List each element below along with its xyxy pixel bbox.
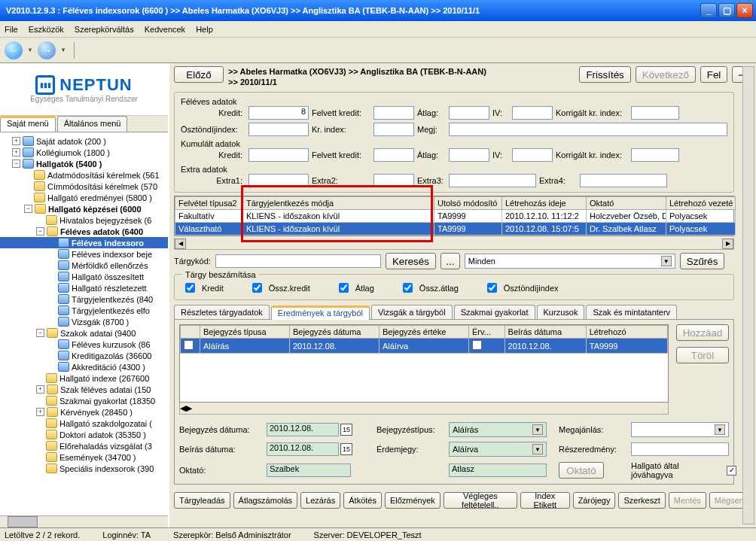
chk-atlag[interactable]: Átlag xyxy=(336,281,374,295)
collapse-icon[interactable]: − xyxy=(36,227,44,236)
tab-details[interactable]: Részletes tárgyadatok xyxy=(174,305,270,319)
collapse-icon[interactable]: − xyxy=(24,205,32,213)
expand-icon[interactable]: + xyxy=(12,148,20,157)
grid-header[interactable]: Létrehozó vezeté xyxy=(666,197,736,210)
refresh-button[interactable]: Frissítés xyxy=(579,66,630,83)
tab-exams[interactable]: Vizsgák a tárgyból xyxy=(371,305,453,319)
tab-curricula[interactable]: Szak és mintatanterv xyxy=(586,305,677,319)
scope-combo[interactable]: Minden▼ xyxy=(465,254,675,269)
browse-button[interactable]: ... xyxy=(440,253,460,269)
table-row[interactable]: FakultatívKLIENS - időszakon kívülTA9999… xyxy=(175,210,736,223)
close-button[interactable]: × xyxy=(736,3,753,18)
chk-osszkredit[interactable]: Össz.kredit xyxy=(249,281,310,295)
ig-header[interactable]: Bejegyzés értéke xyxy=(379,326,468,339)
history-button[interactable]: Előzmények xyxy=(385,492,440,509)
index-label-button[interactable]: Index Etikett xyxy=(520,492,570,509)
extra2-input[interactable] xyxy=(373,174,414,187)
teacher-first-input[interactable]: Atlasz xyxy=(449,463,547,477)
filter-button[interactable]: Szűrés xyxy=(680,253,724,269)
grid-header[interactable]: Oktató xyxy=(587,197,666,210)
extra1-input[interactable] xyxy=(248,174,309,187)
nav-tree[interactable]: +Saját adatok (200 ) +Kollégiumok (1800 … xyxy=(0,132,168,515)
final-check-button[interactable]: Végleges feltételell.. xyxy=(444,492,517,509)
grid-header[interactable]: Utolsó módosító xyxy=(434,197,502,210)
entry-type-combo[interactable]: Aláírás▼ xyxy=(449,422,547,437)
relink-button[interactable]: Átkötés xyxy=(343,492,382,509)
avg-calc-button[interactable]: Átlagszámolás xyxy=(233,492,298,509)
menu-tools[interactable]: Eszközök xyxy=(29,25,64,34)
row-checkbox[interactable] xyxy=(184,340,194,350)
ig-header-chk[interactable] xyxy=(181,326,200,339)
up-button[interactable]: Fel xyxy=(700,66,727,83)
ig-header[interactable]: Létrehozó xyxy=(586,326,667,339)
nav-back-dd[interactable]: ▼ xyxy=(26,47,35,53)
close-button2[interactable]: Lezárás xyxy=(300,492,340,509)
left-tab-own[interactable]: Saját menü xyxy=(0,116,56,132)
save-button[interactable]: Mentés xyxy=(669,492,706,509)
calendar-icon[interactable]: 15 xyxy=(340,424,352,436)
extra3-input[interactable] xyxy=(449,174,536,187)
prev-button[interactable]: Előző xyxy=(174,66,224,83)
search-button[interactable]: Keresés xyxy=(386,253,436,269)
grid-header[interactable]: Felvétel típusa2 xyxy=(175,197,243,210)
kum-felvett-input[interactable] xyxy=(373,148,414,162)
nav-forward-dd[interactable]: ▼ xyxy=(59,47,68,53)
megj-input[interactable] xyxy=(449,123,727,136)
ig-header[interactable]: Bejegyzés dátuma xyxy=(289,326,379,339)
minimize-button[interactable]: _ xyxy=(700,3,717,18)
results-grid[interactable]: Bejegyzés típusa Bejegyzés dátuma Bejegy… xyxy=(179,324,669,403)
kum-korr-input[interactable] xyxy=(631,148,679,162)
subjects-grid[interactable]: Felvétel típusa2 Tárgyjelentkezés módja … xyxy=(174,196,734,236)
maximize-button[interactable]: ▢ xyxy=(718,3,735,18)
atlag-input[interactable] xyxy=(449,106,489,120)
korr-kr-input[interactable] xyxy=(631,106,679,120)
menu-roleswitch[interactable]: Szerepkörváltás xyxy=(75,25,134,34)
drop-subject-button[interactable]: Tárgyleadás xyxy=(174,492,230,509)
right-vscrollbar[interactable] xyxy=(742,66,754,524)
tab-practice[interactable]: Szakmai gyakorlat xyxy=(454,305,535,319)
left-tab-general[interactable]: Általános menü xyxy=(57,116,128,132)
delete-button[interactable]: Töröl xyxy=(676,347,729,363)
approved-checkbox[interactable]: ✓ xyxy=(727,466,736,476)
nav-back-button[interactable]: ← xyxy=(5,41,23,59)
expand-icon[interactable]: + xyxy=(12,137,20,145)
chk-osszatlag[interactable]: Össz.átlag xyxy=(400,281,459,295)
menu-file[interactable]: File xyxy=(5,25,18,34)
kredit-input[interactable]: 8 xyxy=(248,106,309,120)
teacher-button[interactable]: Oktató xyxy=(559,462,604,479)
kum-kredit-input[interactable] xyxy=(248,148,309,162)
results-hscrollbar[interactable]: ◀▶ xyxy=(179,403,669,415)
chk-kredit[interactable]: Kredit xyxy=(182,281,224,295)
subject-code-input[interactable] xyxy=(215,254,381,268)
ig-header[interactable]: Érv... xyxy=(468,326,505,339)
grid-header[interactable]: Tárgyjelentkezés módja xyxy=(243,197,434,210)
menu-favorites[interactable]: Kedvencek xyxy=(145,25,185,34)
edit-button[interactable]: Szerkeszt xyxy=(618,492,665,509)
grid-header[interactable]: Létrehozás ideje xyxy=(502,197,587,210)
collapse-icon[interactable]: − xyxy=(12,160,20,168)
krindex-input[interactable] xyxy=(373,123,414,136)
tab-results[interactable]: Eredmények a tárgyból xyxy=(271,305,370,320)
expand-icon[interactable]: + xyxy=(36,385,44,394)
iv-input[interactable] xyxy=(512,106,553,120)
felvett-kredit-input[interactable] xyxy=(373,106,414,120)
menu-help[interactable]: Help xyxy=(196,25,213,34)
offer-combo[interactable]: ▼ xyxy=(631,422,729,437)
write-date-input[interactable]: 2010.12.08. xyxy=(267,442,339,456)
next-button[interactable]: Következő xyxy=(636,66,696,83)
table-row[interactable]: Aláírás 2010.12.08. Aláírva 2010.12.08. … xyxy=(181,339,668,354)
left-hscrollbar[interactable] xyxy=(0,515,168,527)
add-button[interactable]: Hozzáad xyxy=(676,324,729,341)
grade-combo[interactable]: Aláírva▼ xyxy=(449,442,547,457)
kum-iv-input[interactable] xyxy=(512,148,553,162)
kum-atlag-input[interactable] xyxy=(449,148,489,162)
grid-hscrollbar[interactable]: ◀▶ xyxy=(174,238,734,250)
partial-input[interactable] xyxy=(631,442,729,456)
extra4-input[interactable] xyxy=(580,174,667,187)
calendar-icon[interactable]: 15 xyxy=(340,443,352,455)
nav-forward-button[interactable]: → xyxy=(38,41,56,59)
chk-osztondij[interactable]: Ösztöndíjindex xyxy=(484,281,559,295)
tab-courses[interactable]: Kurzusok xyxy=(537,305,585,319)
expand-icon[interactable]: + xyxy=(36,408,44,416)
collapse-icon[interactable]: − xyxy=(36,329,44,337)
